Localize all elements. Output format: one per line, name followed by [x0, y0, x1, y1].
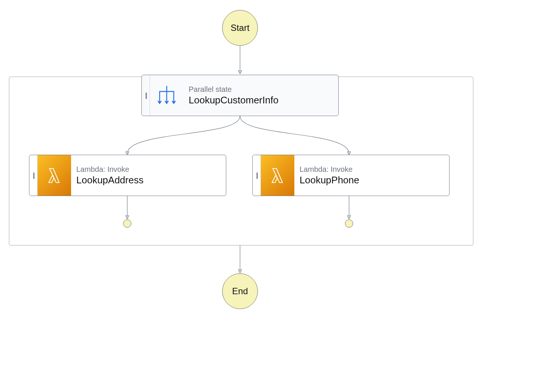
parallel-title: LookupCustomerInfo [189, 94, 338, 106]
drag-handle-icon[interactable]: || [29, 155, 38, 196]
drag-handle-icon[interactable]: || [253, 155, 261, 196]
branch-right-text: Lambda: Invoke LookupPhone [294, 155, 449, 196]
workflow-canvas: Start || [0, 0, 550, 392]
lambda-icon [261, 155, 294, 196]
parallel-category: Parallel state [189, 85, 338, 94]
lambda-icon [38, 155, 71, 196]
start-terminal[interactable]: Start [222, 10, 258, 46]
parallel-icon [150, 75, 183, 116]
branch-left-title: LookupAddress [76, 174, 226, 186]
start-label: Start [231, 23, 250, 33]
end-terminal[interactable]: End [222, 273, 258, 309]
branch-left-category: Lambda: Invoke [76, 165, 226, 174]
branch-left-text: Lambda: Invoke LookupAddress [71, 155, 226, 196]
end-label: End [232, 286, 248, 296]
branch-left-terminal [123, 219, 131, 228]
parallel-header-node[interactable]: || Parallel sta [141, 75, 339, 116]
branch-right-title: LookupPhone [300, 174, 449, 186]
branch-left-node[interactable]: || Lambda: Invoke LookupAddress [29, 155, 226, 196]
branch-right-category: Lambda: Invoke [300, 165, 449, 174]
drag-handle-icon[interactable]: || [142, 75, 150, 116]
branch-right-terminal [345, 219, 353, 228]
branch-right-node[interactable]: || Lambda: Invoke LookupPhone [252, 155, 450, 196]
parallel-text: Parallel state LookupCustomerInfo [183, 75, 338, 116]
